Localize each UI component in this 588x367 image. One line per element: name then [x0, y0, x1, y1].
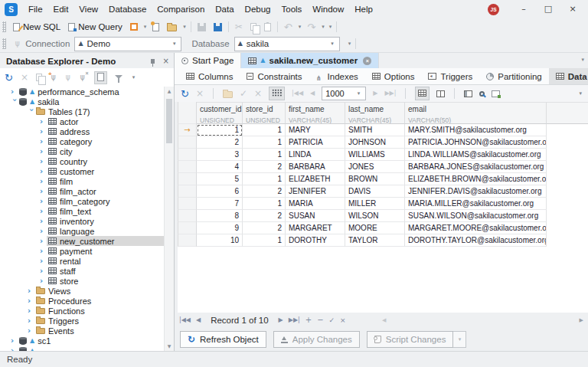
new-connection-dropdown[interactable]: ▾ [142, 25, 149, 30]
menu-file[interactable]: File [23, 0, 48, 18]
properties-icon[interactable] [36, 74, 42, 81]
chevron-right-icon[interactable]: › [40, 218, 47, 225]
cell[interactable]: BROWN [345, 173, 405, 185]
cell[interactable]: BARBARA [286, 161, 345, 173]
chevron-down-icon[interactable]: › [11, 98, 18, 105]
menu-view[interactable]: View [74, 0, 103, 18]
commit-icon[interactable]: ✓ [240, 89, 247, 98]
cell[interactable]: 2 [243, 161, 286, 173]
row-indicator[interactable] [178, 185, 197, 198]
cell[interactable]: 2 [243, 185, 286, 198]
cell[interactable]: 1 [243, 136, 286, 149]
tab-constraints[interactable]: Constraints [240, 68, 309, 84]
rollback-icon[interactable]: × [254, 89, 262, 98]
menu-debug[interactable]: Debug [240, 0, 276, 18]
connection-select[interactable]: ▲ Demo ▾ [74, 37, 181, 51]
delete-icon[interactable]: × [21, 73, 28, 82]
goto-icon[interactable] [492, 90, 500, 97]
chevron-right-icon[interactable]: › [28, 287, 34, 295]
tab-columns[interactable]: Columns [179, 68, 240, 84]
refresh-icon[interactable]: ↻ [5, 73, 13, 83]
cell[interactable]: TAYLOR [345, 234, 405, 247]
tab-triggers[interactable]: Triggers [421, 68, 479, 84]
paste-button[interactable] [260, 19, 275, 34]
chevron-right-icon[interactable]: › [40, 148, 47, 156]
tree-item-sc1[interactable]: ›▲sc1 [0, 336, 164, 346]
cell[interactable]: JENNIFER.DAVIS@sakilacustomer.org [405, 185, 547, 198]
tree-item-country[interactable]: ›country [0, 156, 164, 166]
find-icon[interactable] [479, 91, 485, 97]
chevron-right-icon[interactable]: › [40, 267, 47, 275]
tree-item-payment[interactable]: ›payment [0, 246, 164, 256]
delete-row-icon[interactable]: × [196, 89, 204, 98]
filter-icon[interactable] [115, 75, 122, 79]
cell[interactable]: MILLER [345, 198, 405, 210]
tree-item-triggers[interactable]: ›Triggers [0, 316, 164, 326]
chevron-down-icon[interactable]: › [28, 108, 35, 115]
paging-toggle[interactable] [269, 87, 285, 100]
tree-item-city[interactable]: ›city [0, 146, 164, 156]
hscroll-right-icon[interactable]: ▶ [580, 318, 583, 323]
cell[interactable]: 9 [197, 222, 243, 234]
cell[interactable]: SMITH [345, 124, 405, 136]
cell[interactable]: MARIA [286, 198, 345, 210]
next-page-icon[interactable]: ▶ [373, 90, 377, 97]
menu-database[interactable]: Database [103, 0, 152, 18]
row-indicator[interactable] [178, 149, 197, 161]
end-edit-icon[interactable]: ✓ [329, 317, 335, 324]
toolbar-overflow-dropdown[interactable]: ▾ [327, 25, 335, 30]
pin-icon[interactable] [151, 59, 155, 64]
cell[interactable]: MARY [286, 124, 345, 136]
tree-item-film_text[interactable]: ›film_text [0, 206, 164, 216]
record-last-icon[interactable]: ▶▶| [289, 317, 300, 323]
column-header-first_name[interactable]: first_nameVARCHAR(45) [286, 102, 345, 124]
hscroll-left-icon[interactable]: ◀ [382, 318, 386, 323]
new-connection-button[interactable] [126, 19, 142, 34]
row-indicator[interactable] [178, 161, 197, 173]
column-header-store_id[interactable]: store_idUNSIGNED [243, 102, 286, 124]
tab-list-dropdown[interactable]: ▾ [581, 57, 584, 63]
first-page-icon[interactable]: |◀◀ [292, 90, 303, 97]
open-file-button[interactable] [163, 19, 181, 34]
cell[interactable]: SUSAN.WILSON@sakilacustomer.org [405, 210, 547, 222]
cell[interactable]: 3 [197, 149, 243, 161]
cell[interactable]: MARIA.MILLER@sakilacustomer.org [405, 198, 547, 210]
row-indicator[interactable] [178, 210, 197, 222]
copy-button[interactable] [247, 19, 260, 34]
menu-help[interactable]: Help [349, 0, 378, 18]
record-next-icon[interactable]: ▶ [279, 317, 283, 323]
tab-close-icon[interactable]: × [363, 57, 371, 65]
chevron-right-icon[interactable]: › [40, 138, 47, 146]
tab-indexes[interactable]: Indexes [309, 68, 365, 84]
menu-tools[interactable]: Tools [276, 0, 308, 18]
chevron-right-icon[interactable]: › [40, 118, 47, 126]
cell[interactable]: JONES [345, 161, 405, 173]
cell[interactable]: 7 [197, 198, 243, 210]
script-changes-dropdown[interactable]: ▾ [453, 331, 466, 348]
cell[interactable]: 5 [197, 173, 243, 185]
chevron-right-icon[interactable]: › [11, 337, 18, 345]
column-header-customer_id[interactable]: customer_idUNSIGNED [197, 102, 243, 124]
data-toolbar-overflow[interactable]: ▾ [577, 91, 584, 97]
redo-dropdown[interactable]: ▾ [319, 25, 327, 30]
chevron-right-icon[interactable]: › [40, 228, 47, 235]
cancel-edit-icon[interactable]: × [340, 317, 346, 324]
cell[interactable]: WILSON [345, 210, 405, 222]
new-query-button[interactable]: New Query [64, 19, 126, 34]
cell[interactable]: SUSAN [286, 210, 345, 222]
cell[interactable]: LINDA.WILLIAMS@sakilacustomer.org [405, 149, 547, 161]
cell[interactable]: 4 [197, 161, 243, 173]
toolbar-grip[interactable] [2, 21, 6, 32]
new-connection-icon[interactable]: ⋔+ [50, 73, 57, 82]
cell[interactable]: 1 [243, 198, 286, 210]
connect-icon[interactable]: ⋔ [64, 74, 71, 82]
redo-button[interactable]: ↷ [303, 19, 319, 34]
new-sql-button[interactable]: New SQL [9, 19, 64, 34]
cell[interactable]: BARBARA.JONES@sakilacustomer.org [405, 161, 547, 173]
chevron-right-icon[interactable]: › [28, 327, 34, 335]
cell[interactable]: PATRICIA [286, 136, 345, 149]
delete-record-icon[interactable]: − [317, 316, 323, 324]
row-indicator[interactable] [178, 222, 197, 234]
chevron-right-icon[interactable]: › [40, 178, 47, 185]
save-button[interactable] [194, 19, 210, 34]
